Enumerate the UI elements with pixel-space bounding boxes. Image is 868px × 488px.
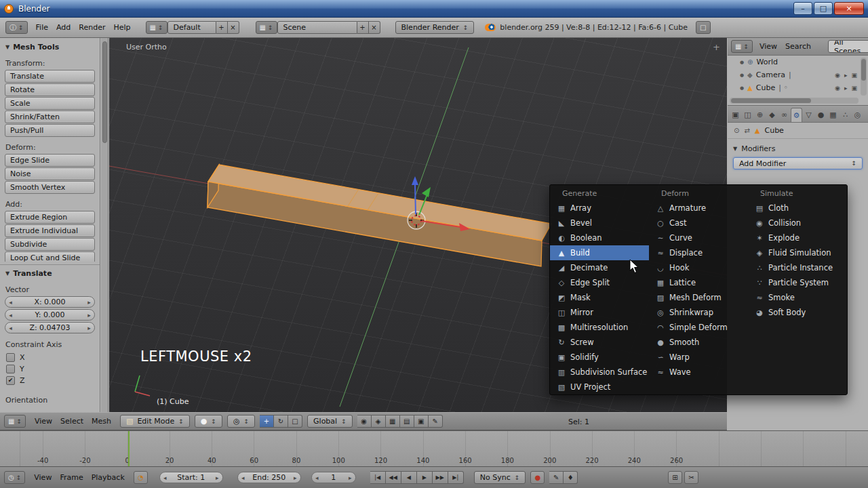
tool-button[interactable]: Push/Pull xyxy=(5,124,95,137)
operator-panel-header[interactable]: ▼ Translate xyxy=(0,264,100,280)
scene-name-field[interactable]: Scene xyxy=(277,21,357,34)
menu-item-bevel[interactable]: ◣ Bevel xyxy=(550,216,649,230)
pivot-dropdown[interactable]: ◎ ↕ xyxy=(227,415,255,428)
menu-item-build[interactable]: ▲ Build xyxy=(550,245,649,260)
menu-item-hook[interactable]: ◡ Hook xyxy=(649,260,748,275)
menu-item-wave[interactable]: ≈ Wave xyxy=(649,365,748,380)
tool-button[interactable]: Extrude Region xyxy=(5,211,95,224)
menu[interactable]: Search xyxy=(781,42,815,51)
scrollbar-thumb[interactable] xyxy=(731,98,811,103)
decrement-icon[interactable]: ◂ xyxy=(5,312,16,319)
increment-icon[interactable]: ▸ xyxy=(84,325,94,331)
menu-item-soft-body[interactable]: ◕ Soft Body xyxy=(748,305,847,320)
shading-dropdown[interactable]: ● ↕ xyxy=(195,415,222,428)
menu[interactable]: Mesh xyxy=(87,417,115,426)
decrement-icon[interactable]: ◂ xyxy=(5,325,16,331)
vector-x-field[interactable]: ◂ X: 0.000 ▸ xyxy=(5,296,95,308)
decrement-icon[interactable]: ◂ xyxy=(160,474,170,481)
occlude-geometry-button[interactable]: ▤ xyxy=(400,415,414,428)
menu[interactable]: Add xyxy=(52,23,75,32)
manipulator-rotate-button[interactable]: ↻ xyxy=(274,415,288,428)
screen-browse-button[interactable]: ▦ ↕ xyxy=(146,21,167,34)
menu[interactable]: View xyxy=(30,473,56,482)
tool-button[interactable]: Smooth Vertex xyxy=(5,181,95,194)
scrollbar-thumb[interactable] xyxy=(102,41,107,143)
minimize-button[interactable]: – xyxy=(793,2,812,15)
start-frame-field[interactable]: ◂ Start: 1 ▸ xyxy=(159,472,223,483)
menu[interactable]: Select xyxy=(56,417,87,426)
expand-icon[interactable]: ● xyxy=(740,60,744,65)
menu-item-smooth[interactable]: ● Smooth xyxy=(649,335,748,350)
add-modifier-dropdown[interactable]: Add Modifier ↕ xyxy=(733,157,863,169)
increment-icon[interactable]: ▸ xyxy=(212,474,222,481)
menu-item-lattice[interactable]: ▦ Lattice xyxy=(649,275,748,290)
outliner-item-camera[interactable]: ● ◆ Camera | ◉ ▸ ▣ xyxy=(728,68,868,81)
menu-item-screw[interactable]: ↻ Screw xyxy=(550,335,649,350)
outliner-vertical-scrollbar[interactable] xyxy=(861,58,867,96)
manipulator-translate-button[interactable]: + xyxy=(260,415,274,428)
jump-to-start-button[interactable]: |◀ xyxy=(370,471,386,484)
texture-tab[interactable]: ▦ xyxy=(827,108,839,122)
menu-item-displace[interactable]: ≈ Displace xyxy=(649,245,748,260)
proportional-edit-button[interactable]: ◉ xyxy=(357,415,372,428)
timeline-ruler[interactable]: -40-200204060801001201401601802002202402… xyxy=(0,430,868,466)
current-frame-playhead[interactable] xyxy=(128,431,130,466)
maximize-button[interactable]: □ xyxy=(814,2,833,15)
restrict-visibility-icon[interactable]: ◉ xyxy=(835,85,840,92)
increment-icon[interactable]: ▸ xyxy=(345,474,355,481)
keying-set-button[interactable]: ✎ xyxy=(549,471,564,484)
outliner-item-cube[interactable]: ● ▲ Cube | ◦ ◉ ▸ ▣ xyxy=(728,81,868,94)
menu-item-particle-system[interactable]: ∵ Particle System xyxy=(748,275,847,290)
menu-item-shrinkwrap[interactable]: ◎ Shrinkwrap xyxy=(649,305,748,320)
modifiers-panel-header[interactable]: ▼ Modifiers xyxy=(728,139,868,156)
scene-add-button[interactable]: + xyxy=(357,21,369,34)
scene-delete-button[interactable]: × xyxy=(369,21,380,34)
constraint-axis-y[interactable]: Y xyxy=(6,365,94,373)
menu[interactable]: View xyxy=(755,42,781,51)
tool-shelf-scrollbar[interactable] xyxy=(101,38,108,412)
scene-tab[interactable]: ◫ xyxy=(742,108,753,122)
render-opengl-button[interactable]: ▣ xyxy=(414,415,429,428)
prev-keyframe-button[interactable]: ◀◀ xyxy=(386,471,401,484)
close-button[interactable]: × xyxy=(834,2,864,15)
physics-tab[interactable]: ◎ xyxy=(852,108,863,122)
tool-button[interactable]: Extrude Individual xyxy=(5,224,95,237)
mesh-tools-panel-header[interactable]: ▼ Mesh Tools xyxy=(0,39,100,54)
restrict-visibility-icon[interactable]: ◉ xyxy=(835,72,840,79)
copy-screen-button[interactable]: ⊞ xyxy=(668,471,682,484)
end-frame-field[interactable]: ◂ End: 250 ▸ xyxy=(237,472,301,483)
sync-dropdown[interactable]: No Sync ↕ xyxy=(474,471,526,484)
tool-button[interactable]: Rotate xyxy=(5,83,95,96)
auto-keyframe-record-button[interactable]: ● xyxy=(530,471,545,484)
orientation-dropdown[interactable]: Global ↕ xyxy=(307,415,353,428)
preview-range-button[interactable]: ◔ xyxy=(134,471,148,484)
insert-keyframe-button[interactable]: ♦ xyxy=(564,471,578,484)
constraint-axis-z[interactable]: ✔ Z xyxy=(6,376,94,385)
menu-item-decimate[interactable]: ◢ Decimate xyxy=(550,260,649,275)
tool-button[interactable]: Subdivide xyxy=(5,238,95,251)
menu[interactable]: View xyxy=(31,417,56,426)
play-reverse-button[interactable]: ◀ xyxy=(401,471,417,484)
menu[interactable]: Playback xyxy=(87,473,129,482)
editor-type-button[interactable]: ◷ ↕ xyxy=(4,471,25,484)
manipulator-scale-button[interactable]: □ xyxy=(288,415,302,428)
window-duplicate-button[interactable]: □ xyxy=(696,21,710,34)
restrict-render-icon[interactable]: ▣ xyxy=(851,85,857,92)
constraints-tab[interactable]: ∞ xyxy=(778,108,790,122)
render-engine-dropdown[interactable]: Blender Render ↕ xyxy=(395,21,475,34)
restrict-select-icon[interactable]: ▸ xyxy=(844,72,848,79)
mode-dropdown[interactable]: ▧ Edit Mode ↕ xyxy=(120,415,190,428)
menu-item-edge-split[interactable]: ◇ Edge Split xyxy=(550,275,649,290)
menu-item-boolean[interactable]: ◐ Boolean xyxy=(550,230,649,245)
increment-icon[interactable]: ▸ xyxy=(290,474,300,481)
play-button[interactable]: ▶ xyxy=(417,471,433,484)
render-tab[interactable]: ▣ xyxy=(730,108,741,122)
menu[interactable]: Render xyxy=(75,23,109,32)
pin-icon[interactable]: ⊙ xyxy=(734,127,739,134)
particles-tab[interactable]: ∴ xyxy=(840,108,851,122)
menu[interactable]: File xyxy=(32,23,52,32)
restrict-render-icon[interactable]: ▣ xyxy=(851,72,857,79)
restrict-select-icon[interactable]: ▸ xyxy=(844,85,848,92)
editor-type-button[interactable]: ▦ ↕ xyxy=(4,415,26,428)
screen-add-button[interactable]: + xyxy=(216,21,228,34)
